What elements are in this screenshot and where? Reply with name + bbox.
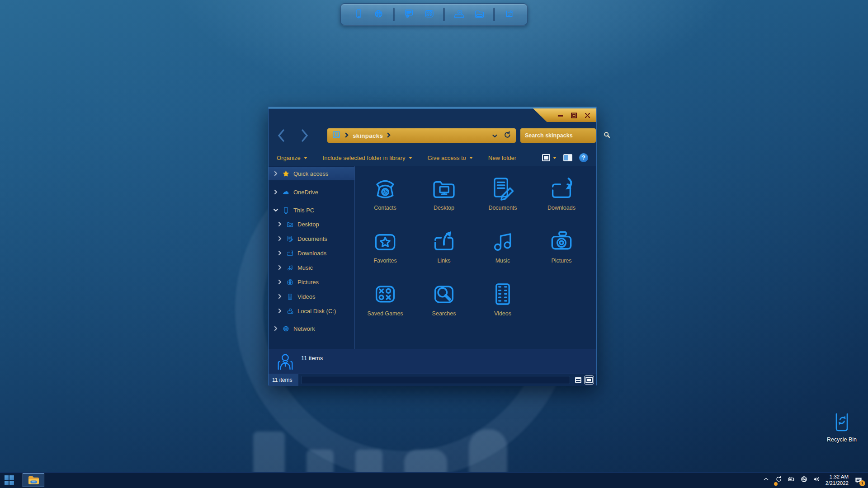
- expand-chevron-icon[interactable]: [273, 326, 278, 331]
- star-icon: [282, 170, 290, 178]
- volume-icon[interactable]: [813, 475, 821, 485]
- expand-chevron-icon[interactable]: [277, 250, 283, 256]
- sidebar-item-quick-access[interactable]: Quick access: [269, 167, 354, 180]
- item-music[interactable]: Music: [473, 224, 532, 277]
- sidebar-item-label: Local Disk (C:): [297, 308, 336, 314]
- sidebar-item-documents[interactable]: Documents: [269, 231, 354, 246]
- tablet-icon: [282, 206, 290, 214]
- sidebar-item-label: Quick access: [293, 170, 328, 177]
- windows-logo-icon: [5, 475, 14, 485]
- expand-chevron-icon[interactable]: [273, 189, 278, 195]
- breadcrumb-item[interactable]: skinpacks: [353, 132, 383, 139]
- breadcrumb-chevron-icon[interactable]: [387, 131, 391, 140]
- item-favorites[interactable]: Favorites: [356, 224, 415, 277]
- battery-icon[interactable]: [788, 475, 795, 485]
- dock-separator: [443, 8, 445, 21]
- desktop-folder-icon: [430, 174, 458, 202]
- expand-chevron-icon[interactable]: [277, 265, 283, 270]
- item-pictures[interactable]: Pictures: [532, 224, 591, 277]
- sidebar-item-desktop[interactable]: Desktop: [269, 217, 354, 231]
- horizontal-scrollbar[interactable]: [301, 376, 570, 384]
- address-bar[interactable]: skinpacks: [327, 128, 516, 143]
- sidebar-item-videos[interactable]: Videos: [269, 289, 354, 304]
- expand-chevron-icon[interactable]: [277, 221, 283, 227]
- item-label: Documents: [488, 205, 517, 211]
- sidebar-item-pictures[interactable]: Pictures: [269, 275, 354, 289]
- disk-drive-icon: [286, 307, 294, 315]
- network-globe-icon: [282, 325, 290, 333]
- forward-button[interactable]: [297, 128, 311, 143]
- sidebar-item-downloads[interactable]: Downloads: [269, 246, 354, 260]
- recycle-bin-label: Recycle Bin: [819, 436, 864, 443]
- expand-chevron-icon[interactable]: [277, 294, 283, 299]
- status-bar: 11 items: [269, 374, 596, 386]
- start-button[interactable]: [0, 472, 18, 488]
- large-icons-view-button[interactable]: [584, 374, 594, 386]
- collapse-chevron-icon[interactable]: [273, 207, 278, 213]
- sidebar-item-this-pc[interactable]: This PC: [269, 203, 354, 217]
- item-documents[interactable]: Documents: [473, 171, 532, 224]
- back-button[interactable]: [275, 128, 288, 143]
- details-pane: 11 items: [269, 349, 596, 374]
- organize-menu[interactable]: Organize: [277, 155, 307, 161]
- dropdown-arrow-icon: [553, 157, 557, 159]
- item-links[interactable]: Links: [415, 224, 473, 277]
- item-desktop[interactable]: Desktop: [415, 171, 473, 224]
- include-in-library-menu[interactable]: Include selected folder in library: [323, 155, 412, 161]
- tablet-icon[interactable]: [353, 8, 365, 22]
- downloads-icon: [286, 249, 294, 257]
- address-bar-controls: [492, 131, 511, 141]
- documents-icon: [286, 235, 294, 243]
- hidden-icons-chevron-icon[interactable]: [762, 475, 770, 485]
- breadcrumb-chevron-icon: [344, 131, 349, 140]
- search-box[interactable]: [520, 128, 596, 143]
- expand-chevron-icon[interactable]: [273, 171, 278, 176]
- search-icon[interactable]: [604, 131, 610, 140]
- sync-icon[interactable]: [503, 8, 515, 22]
- dock-separator: [393, 8, 395, 21]
- sidebar-item-music[interactable]: Music: [269, 260, 354, 275]
- change-view-button[interactable]: [542, 154, 557, 161]
- games-icon[interactable]: [423, 8, 435, 22]
- notification-center-button[interactable]: 1: [854, 476, 863, 485]
- item-contacts[interactable]: Contacts: [356, 171, 415, 224]
- sync-alert-dot: [774, 482, 778, 486]
- sidebar-item-label: OneDrive: [293, 189, 318, 196]
- sidebar-item-network[interactable]: Network: [269, 322, 354, 335]
- sidebar-item-onedrive[interactable]: OneDrive: [269, 185, 354, 199]
- close-button[interactable]: [584, 112, 591, 118]
- expand-chevron-icon[interactable]: [277, 279, 283, 285]
- address-dropdown-icon[interactable]: [492, 131, 497, 140]
- folder-icon[interactable]: [473, 8, 486, 22]
- title-bar[interactable]: [269, 107, 596, 122]
- item-downloads[interactable]: Downloads: [532, 171, 591, 224]
- taskbar: 1:32 AM 2/21/2022 1: [0, 472, 868, 488]
- item-saved-games[interactable]: Saved Games: [356, 277, 415, 329]
- sidebar-item-local-disk[interactable]: Local Disk (C:): [269, 304, 354, 318]
- sync-status-icon[interactable]: [775, 475, 783, 485]
- item-videos[interactable]: Videos: [473, 277, 532, 329]
- taskbar-clock[interactable]: 1:32 AM 2/21/2022: [826, 474, 849, 486]
- search-input[interactable]: [525, 132, 604, 139]
- expand-chevron-icon[interactable]: [277, 236, 283, 241]
- new-folder-button[interactable]: New folder: [488, 155, 516, 161]
- details-view-button[interactable]: [573, 374, 584, 386]
- taskbar-file-explorer-button[interactable]: [23, 473, 44, 487]
- minimize-button[interactable]: [557, 112, 564, 118]
- disc-drive-icon[interactable]: [453, 8, 465, 22]
- help-icon[interactable]: ?: [579, 153, 588, 162]
- item-searches[interactable]: Searches: [415, 277, 473, 329]
- globe-icon[interactable]: [373, 8, 385, 22]
- sidebar-item-label: Music: [297, 264, 313, 271]
- file-explorer-icon: [28, 475, 40, 485]
- maximize-button[interactable]: [570, 112, 577, 118]
- expand-chevron-icon[interactable]: [277, 308, 283, 314]
- file-list-area[interactable]: Contacts Desktop Documents Downloads Fav…: [355, 166, 596, 349]
- preview-pane-icon[interactable]: [563, 154, 572, 161]
- navigation-bar: skinpacks: [269, 122, 596, 150]
- display-message-icon[interactable]: [403, 8, 415, 22]
- recycle-bin-shortcut[interactable]: Recycle Bin: [819, 410, 864, 443]
- network-globe-icon[interactable]: [800, 475, 808, 485]
- refresh-icon[interactable]: [504, 131, 511, 141]
- give-access-menu[interactable]: Give access to: [428, 155, 473, 161]
